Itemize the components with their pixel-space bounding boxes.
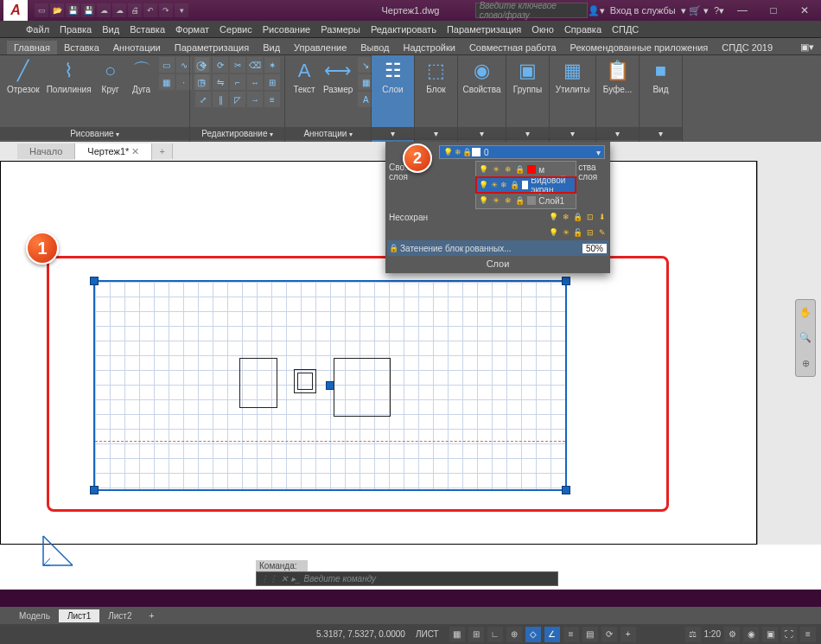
array-icon[interactable]: ⊞ — [264, 74, 280, 90]
lock-icon[interactable]: 🔒 — [515, 165, 525, 175]
tab-addins[interactable]: Надстройки — [397, 41, 462, 54]
save-icon[interactable]: 💾 — [66, 3, 80, 17]
doc-tab-active[interactable]: Чертеж1* ✕ — [75, 143, 152, 160]
panel-utils-expand[interactable]: ▾ — [550, 127, 595, 140]
groups-button[interactable]: ▣Группы — [512, 57, 544, 96]
layer-color-swatch[interactable] — [527, 196, 536, 205]
drawing-rect-3[interactable] — [334, 358, 391, 417]
text-button[interactable]: AТекст — [290, 57, 318, 96]
panel-layers-expand[interactable]: ▾ — [372, 127, 414, 140]
erase-icon[interactable]: ⌫ — [247, 57, 263, 73]
tab-output[interactable]: Вывод — [353, 41, 396, 54]
otrack-toggle[interactable]: ∠ — [544, 627, 560, 642]
tab-view[interactable]: Вид — [256, 41, 287, 54]
align-icon[interactable]: ≡ — [264, 92, 280, 107]
menu-parametric[interactable]: Параметризация — [447, 24, 521, 35]
grid-toggle[interactable]: ▦ — [449, 627, 465, 642]
layer-unlock-icon[interactable]: 🔓 — [573, 228, 582, 238]
menu-dimension[interactable]: Размеры — [321, 24, 360, 35]
mirror-icon[interactable]: ⇋ — [213, 74, 228, 90]
plot-icon[interactable]: 🖨 — [128, 3, 142, 17]
extend-icon[interactable]: → — [247, 92, 263, 107]
layer-color-swatch[interactable] — [527, 165, 536, 174]
layer-dropdown[interactable]: 💡 ❄ 🔒 0 ▾ — [439, 145, 605, 159]
layer-match-icon[interactable]: ✎ — [597, 228, 607, 238]
block-button[interactable]: ⬚Блок — [423, 57, 450, 96]
doc-tab-new[interactable]: + — [152, 143, 172, 159]
polar-toggle[interactable]: ⊕ — [506, 627, 522, 642]
ucs-icon[interactable] — [40, 532, 76, 569]
pan-icon[interactable]: ✋ — [799, 307, 811, 318]
layer-off-icon[interactable]: 💡 — [549, 213, 558, 222]
stretch-icon[interactable]: ↔ — [247, 74, 263, 90]
dimension-button[interactable]: ⟷Размер — [321, 57, 354, 96]
layer-item-viewport[interactable]: 💡☀❄🔒 Видовой экран — [476, 177, 576, 193]
menu-view[interactable]: Вид — [102, 24, 119, 35]
layout-sheet1[interactable]: Лист1 — [59, 609, 99, 622]
menu-format[interactable]: Формат — [175, 24, 209, 35]
menu-tools[interactable]: Сервис — [220, 24, 252, 35]
doc-tab-close-icon[interactable]: ✕ — [131, 146, 139, 156]
menu-insert[interactable]: Вставка — [130, 24, 165, 35]
tab-annotate[interactable]: Аннотации — [106, 41, 168, 54]
help-search-input[interactable]: Введите ключевое слово/фразу — [475, 3, 588, 18]
hardware-accel-icon[interactable]: ▣ — [762, 627, 778, 642]
minimize-button[interactable]: — — [729, 4, 755, 16]
bulb-icon[interactable]: 💡 — [479, 181, 488, 190]
line-button[interactable]: ╱Отрезок — [5, 57, 41, 96]
cycling-toggle[interactable]: ⟳ — [601, 627, 617, 642]
annoscale-icon[interactable]: ⚖ — [685, 627, 701, 642]
layer-iso-icon[interactable]: ⊡ — [585, 213, 595, 222]
sun-icon[interactable]: ☀ — [491, 165, 500, 175]
grip-tr[interactable] — [562, 277, 570, 285]
saveas-icon[interactable]: 💾 — [81, 3, 95, 17]
bulb-icon[interactable]: 💡 — [479, 196, 488, 206]
layout-model[interactable]: Модель — [10, 609, 59, 622]
customize-icon[interactable]: ≡ — [800, 627, 816, 642]
menu-help[interactable]: Справка — [564, 24, 601, 35]
layer-freeze-icon[interactable]: ❄ — [561, 213, 570, 222]
spline-icon[interactable]: ∿ — [176, 57, 192, 73]
utilities-button[interactable]: ▦Утилиты — [554, 57, 592, 96]
zoom-icon[interactable]: 🔍 — [799, 332, 811, 343]
grip-icon[interactable]: ⋮⋮ — [260, 574, 277, 583]
menu-window[interactable]: Окно — [531, 24, 554, 35]
space-label[interactable]: ЛИСТ — [416, 629, 439, 639]
layer-color-swatch[interactable] — [522, 181, 528, 189]
undo-icon[interactable]: ↶ — [143, 3, 157, 17]
grip-br[interactable] — [562, 486, 570, 494]
drawing-rect-1[interactable] — [239, 358, 277, 408]
layer-thaw-icon[interactable]: ☀ — [561, 228, 570, 238]
help-icon[interactable]: ?▾ — [714, 5, 724, 16]
orbit-icon[interactable]: ⊕ — [802, 358, 810, 369]
panel-clip-expand[interactable]: ▾ — [596, 127, 639, 140]
lineweight-toggle[interactable]: ≡ — [563, 627, 579, 642]
sun-icon[interactable]: ☀ — [491, 196, 500, 206]
layout-add[interactable]: + — [141, 609, 163, 622]
scale-icon[interactable]: ⤢ — [195, 92, 211, 107]
hatch-icon[interactable]: ▦ — [159, 74, 175, 90]
clipboard-button[interactable]: 📋Буфе... — [601, 57, 633, 96]
panel-view-expand[interactable]: ▾ — [640, 127, 682, 140]
grip-bl[interactable] — [90, 486, 99, 494]
lock-icon[interactable]: 🔒 — [510, 181, 519, 190]
cloud-save-icon[interactable]: ☁ — [112, 3, 126, 17]
maximize-button[interactable]: □ — [761, 4, 786, 16]
layer-on-icon[interactable]: 💡 — [549, 228, 558, 238]
layer-item-1[interactable]: 💡☀❄🔒 Слой1 — [476, 193, 576, 208]
layout-sheet2[interactable]: Лист2 — [99, 609, 140, 622]
freeze-icon[interactable]: ❄ — [503, 165, 512, 175]
copy-icon[interactable]: ⎘ — [195, 74, 211, 90]
rect-icon[interactable]: ▭ — [159, 57, 175, 73]
annomonitor-toggle[interactable]: + — [621, 627, 636, 642]
properties-button[interactable]: ◉Свойства — [461, 57, 503, 96]
isolate-icon[interactable]: ◉ — [743, 627, 759, 642]
bulb-icon[interactable]: 💡 — [479, 165, 488, 175]
tab-featured[interactable]: Рекомендованные приложения — [563, 41, 716, 54]
annotation-scale[interactable]: 1:20 — [704, 629, 721, 639]
menu-edit[interactable]: Правка — [60, 24, 92, 35]
user-icon[interactable]: 👤▾ — [588, 5, 605, 16]
drawing-rect-2b[interactable] — [297, 373, 313, 390]
tab-manage[interactable]: Управление — [287, 41, 353, 54]
layer-merge-icon[interactable]: ⬇ — [597, 213, 607, 222]
